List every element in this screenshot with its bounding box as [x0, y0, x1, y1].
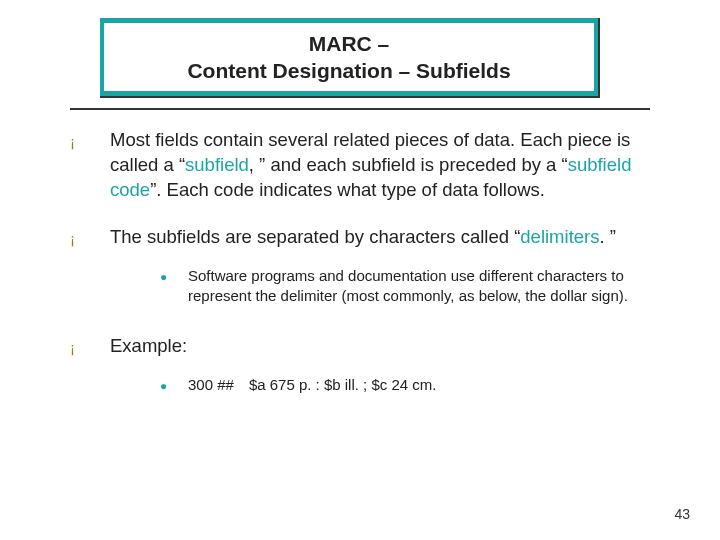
bullet-mark-icon: ¡	[70, 128, 110, 152]
keyword-text: delimiters	[520, 226, 599, 247]
title-line-1: MARC –	[309, 30, 390, 57]
bullet-mark-icon: ¡	[70, 334, 110, 358]
sub-bullet-text: 300 ## $a 675 p. : $b ill. ; $c 24 cm.	[188, 375, 660, 395]
sub-bullet-mark-icon: ●	[160, 266, 188, 285]
text-span: The subfields are separated by character…	[110, 226, 520, 247]
slide-body: ¡Most fields contain several related pie…	[70, 128, 660, 424]
bullet-text: The subfields are separated by character…	[110, 225, 660, 312]
sub-bullet-item: ●Software programs and documentation use…	[160, 266, 660, 307]
bullet-text: Example:●300 ## $a 675 p. : $b ill. ; $c…	[110, 334, 660, 401]
horizontal-rule	[70, 108, 650, 110]
text-span: , ” and each subfield is preceded by a “	[249, 154, 568, 175]
slide-title: MARC – Content Designation – Subfields	[104, 23, 594, 91]
page-number: 43	[674, 506, 690, 522]
sub-bullet-mark-icon: ●	[160, 375, 188, 394]
title-box: MARC – Content Designation – Subfields	[100, 18, 600, 98]
keyword-text: subfield	[185, 154, 249, 175]
text-span: ”. Each code indicates what type of data…	[150, 179, 545, 200]
title-line-2: Content Designation – Subfields	[187, 57, 510, 84]
bullet-item: ¡Most fields contain several related pie…	[70, 128, 660, 203]
bullet-mark-icon: ¡	[70, 225, 110, 249]
sub-bullet-text: Software programs and documentation use …	[188, 266, 660, 307]
text-span: Example:	[110, 335, 187, 356]
bullet-text: Most fields contain several related piec…	[110, 128, 660, 203]
text-span: . ”	[599, 226, 615, 247]
bullet-item: ¡Example:●300 ## $a 675 p. : $b ill. ; $…	[70, 334, 660, 401]
sub-bullet-item: ●300 ## $a 675 p. : $b ill. ; $c 24 cm.	[160, 375, 660, 395]
bullet-item: ¡The subfields are separated by characte…	[70, 225, 660, 312]
